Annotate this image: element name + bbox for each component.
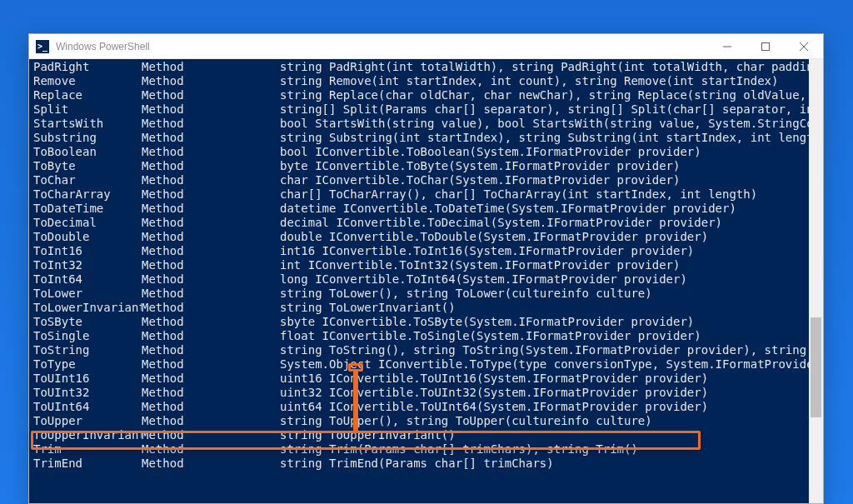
member-name: ToCharArray bbox=[33, 187, 142, 202]
output-row: RemoveMethodstring Remove(int startIndex… bbox=[33, 74, 823, 88]
powershell-icon: >_ bbox=[36, 40, 49, 53]
output-row: ToCharArrayMethodchar[] ToCharArray(), c… bbox=[33, 187, 823, 202]
output-row: ToLowerMethodstring ToLower(), string To… bbox=[33, 287, 823, 301]
member-definition: bool StartsWith(string value), bool Star… bbox=[280, 117, 813, 131]
member-definition: string TrimEnd(Params char[] trimChars) bbox=[280, 457, 813, 471]
member-definition: System.Object IConvertible.ToType(type c… bbox=[280, 357, 813, 372]
output-row: ToUpperInvariantMethodstring ToUpperInva… bbox=[33, 428, 823, 442]
output-row: SplitMethodstring[] Split(Params char[] … bbox=[33, 102, 823, 117]
member-name: ToInt32 bbox=[33, 258, 142, 272]
member-type: Method bbox=[142, 372, 280, 386]
member-name: ToBoolean bbox=[33, 145, 142, 159]
member-type: Method bbox=[142, 272, 280, 287]
output-row: ToUInt32Methoduint32 IConvertible.ToUInt… bbox=[33, 386, 823, 400]
member-definition: long IConvertible.ToInt64(System.IFormat… bbox=[280, 272, 813, 287]
member-type: Method bbox=[142, 386, 280, 400]
member-definition: uint32 IConvertible.ToUInt32(System.IFor… bbox=[280, 386, 813, 400]
output-row: ToCharMethodchar IConvertible.ToChar(Sys… bbox=[33, 173, 823, 187]
output-row: ToByteMethodbyte IConvertible.ToByte(Sys… bbox=[33, 159, 823, 173]
output-row: ToDoubleMethoddouble IConvertible.ToDoub… bbox=[33, 230, 823, 244]
terminal-output[interactable]: PadRightMethodstring PadRight(int totalW… bbox=[29, 59, 823, 503]
output-row: ToTypeMethodSystem.Object IConvertible.T… bbox=[33, 357, 823, 372]
output-row: ToUInt64Methoduint64 IConvertible.ToUInt… bbox=[33, 400, 823, 414]
member-type: Method bbox=[142, 428, 280, 442]
member-name: ToInt16 bbox=[33, 244, 142, 258]
member-type: Method bbox=[142, 414, 280, 428]
member-definition: char[] ToCharArray(), char[] ToCharArray… bbox=[280, 187, 813, 202]
output-row: ToSByteMethodsbyte IConvertible.ToSByte(… bbox=[33, 315, 823, 329]
member-type: Method bbox=[142, 88, 280, 102]
member-name: ToLowerInvariant bbox=[33, 301, 142, 315]
member-name: ToString bbox=[33, 343, 142, 357]
output-row: ToInt64Methodlong IConvertible.ToInt64(S… bbox=[33, 272, 823, 287]
output-row: StartsWithMethodbool StartsWith(string v… bbox=[33, 117, 823, 131]
member-name: ToUInt16 bbox=[33, 372, 142, 386]
scrollbar[interactable] bbox=[809, 59, 823, 503]
member-definition: float IConvertible.ToSingle(System.IForm… bbox=[280, 329, 813, 343]
maximize-button[interactable] bbox=[746, 34, 785, 58]
titlebar[interactable]: >_ Windows PowerShell bbox=[29, 34, 823, 59]
member-type: Method bbox=[142, 457, 280, 471]
scroll-thumb[interactable] bbox=[811, 317, 821, 417]
output-row: PadRightMethodstring PadRight(int totalW… bbox=[33, 60, 823, 74]
member-definition: string ToLower(), string ToLower(culture… bbox=[280, 287, 813, 301]
window-controls bbox=[708, 34, 823, 58]
member-name: ToByte bbox=[33, 159, 142, 173]
output-row: ToDateTimeMethoddatetime IConvertible.To… bbox=[33, 202, 823, 216]
member-type: Method bbox=[142, 159, 280, 173]
output-row: ToBooleanMethodbool IConvertible.ToBoole… bbox=[33, 145, 823, 159]
member-name: ToUInt32 bbox=[33, 386, 142, 400]
member-definition: int IConvertible.ToInt32(System.IFormatP… bbox=[280, 258, 813, 272]
member-type: Method bbox=[142, 216, 280, 230]
member-type: Method bbox=[142, 60, 280, 74]
member-definition: string Replace(char oldChar, char newCha… bbox=[280, 88, 813, 102]
output-row: TrimEndMethodstring TrimEnd(Params char[… bbox=[33, 457, 823, 471]
member-type: Method bbox=[142, 301, 280, 315]
member-type: Method bbox=[142, 187, 280, 202]
member-name: ToUpperInvariant bbox=[33, 428, 142, 442]
member-type: Method bbox=[142, 258, 280, 272]
member-name: ToUpper bbox=[33, 414, 142, 428]
member-name: ToSByte bbox=[33, 315, 142, 329]
output-row: ToSingleMethodfloat IConvertible.ToSingl… bbox=[33, 329, 823, 343]
member-definition: decimal IConvertible.ToDecimal(System.IF… bbox=[280, 216, 813, 230]
member-definition: string Trim(Params char[] trimChars), st… bbox=[280, 442, 813, 457]
output-row: TrimMethodstring Trim(Params char[] trim… bbox=[33, 442, 823, 457]
member-definition: string Remove(int startIndex, int count)… bbox=[280, 74, 813, 88]
member-definition: double IConvertible.ToDouble(System.IFor… bbox=[280, 230, 813, 244]
member-name: ToSingle bbox=[33, 329, 142, 343]
member-name: TrimEnd bbox=[33, 457, 142, 471]
member-name: Replace bbox=[33, 88, 142, 102]
member-definition: string[] Split(Params char[] separator),… bbox=[280, 102, 813, 117]
member-type: Method bbox=[142, 230, 280, 244]
member-name: Substring bbox=[33, 131, 142, 145]
member-name: Trim bbox=[33, 442, 142, 457]
member-name: ToType bbox=[33, 357, 142, 372]
member-name: ToLower bbox=[33, 287, 142, 301]
member-name: StartsWith bbox=[33, 117, 142, 131]
output-row: ToLowerInvariantMethodstring ToLowerInva… bbox=[33, 301, 823, 315]
member-name: ToChar bbox=[33, 173, 142, 187]
member-name: ToDecimal bbox=[33, 216, 142, 230]
member-definition: bool IConvertible.ToBoolean(System.IForm… bbox=[280, 145, 813, 159]
member-type: Method bbox=[142, 131, 280, 145]
output-row: ToUInt16Methoduint16 IConvertible.ToUInt… bbox=[33, 372, 823, 386]
member-definition: string Substring(int startIndex), string… bbox=[280, 131, 813, 145]
member-name: ToDateTime bbox=[33, 202, 142, 216]
member-type: Method bbox=[142, 102, 280, 117]
member-definition: uint16 IConvertible.ToUInt16(System.IFor… bbox=[280, 372, 813, 386]
member-type: Method bbox=[142, 343, 280, 357]
member-definition: uint64 IConvertible.ToUInt64(System.IFor… bbox=[280, 400, 813, 414]
output-row: ToUpperMethodstring ToUpper(), string To… bbox=[33, 414, 823, 428]
member-definition: string ToUpperInvariant() bbox=[280, 428, 813, 442]
member-type: Method bbox=[142, 315, 280, 329]
output-row: ToInt16Methodint16 IConvertible.ToInt16(… bbox=[33, 244, 823, 258]
member-name: ToUInt64 bbox=[33, 400, 142, 414]
member-definition: datetime IConvertible.ToDateTime(System.… bbox=[280, 202, 813, 216]
output-row: ToDecimalMethoddecimal IConvertible.ToDe… bbox=[33, 216, 823, 230]
close-button[interactable] bbox=[785, 34, 823, 58]
output-row: ToStringMethodstring ToString(), string … bbox=[33, 343, 823, 357]
output-row: ToInt32Methodint IConvertible.ToInt32(Sy… bbox=[33, 258, 823, 272]
member-name: ToDouble bbox=[33, 230, 142, 244]
minimize-button[interactable] bbox=[708, 34, 746, 58]
